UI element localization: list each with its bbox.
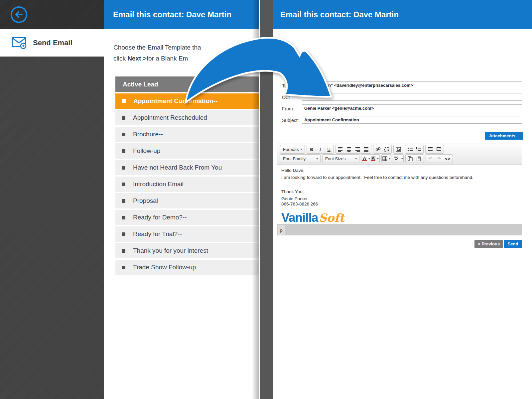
- background-color-button[interactable]: A▾: [370, 155, 379, 162]
- formats-dropdown[interactable]: Formats▾: [281, 146, 304, 153]
- chevron-down-icon: ▾: [301, 148, 302, 151]
- cc-label: CC:: [282, 95, 290, 100]
- send-email-icon: [12, 37, 27, 49]
- insert-image-icon[interactable]: [394, 146, 403, 153]
- bullet-square-icon: [122, 149, 125, 153]
- bullet-square-icon: [122, 116, 125, 120]
- align-left-icon[interactable]: [336, 146, 345, 153]
- template-item[interactable]: Brochure--: [115, 127, 259, 142]
- compose-panel: Email this contact: Dave Martin To: CC: …: [273, 0, 532, 399]
- underline-button[interactable]: U: [325, 146, 333, 153]
- subject-field[interactable]: [302, 116, 522, 124]
- bullet-square-icon: [122, 183, 125, 186]
- panel-divider: [260, 0, 273, 399]
- template-item[interactable]: Have not Heard Back From You: [115, 160, 259, 175]
- template-item[interactable]: Thank you for your interest: [115, 243, 259, 258]
- font-family-dropdown[interactable]: Font Family: [281, 155, 308, 162]
- editor-status-bar: p: [277, 224, 522, 235]
- italic-button[interactable]: I: [316, 146, 325, 153]
- template-item[interactable]: Follow-up: [115, 143, 259, 159]
- bullet-square-icon: [122, 166, 125, 170]
- template-panel-header: Email this contact: Dave Martin: [104, 0, 259, 29]
- source-code-icon[interactable]: <>: [444, 155, 452, 162]
- email-body-line: Thank You,: [281, 189, 518, 194]
- text-cursor: [304, 189, 305, 194]
- outdent-icon[interactable]: [426, 146, 435, 153]
- bold-button[interactable]: B: [307, 146, 316, 153]
- template-group-header: Active Lead: [115, 76, 259, 92]
- to-field[interactable]: [302, 81, 522, 89]
- paste-icon[interactable]: [415, 155, 423, 162]
- previous-button[interactable]: < Previous: [474, 240, 503, 248]
- compose-panel-header: Email this contact: Dave Martin: [273, 0, 532, 29]
- bullet-square-icon: [122, 216, 125, 219]
- spellcheck-button[interactable]: ABC▾: [394, 155, 403, 162]
- instruction-text: Choose the Email Template tha click Next…: [113, 42, 201, 64]
- template-list: Active Lead Appointment Confirmation-- A…: [115, 76, 259, 276]
- template-item[interactable]: Ready for Demo?--: [115, 210, 259, 225]
- indent-icon[interactable]: [435, 146, 443, 153]
- left-sidebar: Send Email: [0, 0, 104, 399]
- template-item[interactable]: Introduction Email: [115, 177, 259, 192]
- app-window: Send Email Email this contact: Dave Mart…: [0, 0, 532, 399]
- undo-icon[interactable]: ↶: [426, 155, 435, 162]
- email-body-line: Hello Dave,: [281, 168, 518, 173]
- back-button[interactable]: [10, 6, 28, 24]
- to-label: To:: [282, 83, 288, 88]
- template-item-selected[interactable]: Appointment Confirmation--: [115, 93, 259, 109]
- spacer: [281, 182, 518, 189]
- template-panel: Email this contact: Dave Martin Choose t…: [104, 0, 259, 399]
- numbered-list-icon[interactable]: [414, 146, 423, 153]
- chevron-down-icon: ▾: [401, 157, 403, 160]
- align-center-icon[interactable]: [345, 146, 353, 153]
- signature-name: Genie Parker: [281, 196, 518, 201]
- page-title: Email this contact: Dave Martin: [273, 10, 399, 19]
- cc-field[interactable]: [302, 93, 522, 101]
- redo-icon[interactable]: ↷: [435, 155, 444, 162]
- vanillasoft-logo: VanillaSoft: [281, 211, 518, 225]
- template-item[interactable]: Appointment Rescheduled: [115, 110, 259, 125]
- editor-toolbar: Formats▾ B I U: [277, 144, 522, 165]
- justify-icon[interactable]: [362, 146, 371, 153]
- rich-text-editor: Formats▾ B I U: [277, 144, 522, 229]
- arrow-left-circle-icon: [10, 6, 28, 24]
- text-color-button[interactable]: A▾: [362, 155, 370, 162]
- font-sizes-dropdown[interactable]: Font Sizes: [323, 155, 348, 162]
- from-field[interactable]: [302, 104, 522, 112]
- signature-phone: 866-763-8826 266: [281, 201, 518, 207]
- chevron-down-icon: ▾: [316, 157, 318, 160]
- subject-label: Subject:: [282, 118, 299, 123]
- bullet-square-icon: [122, 99, 126, 103]
- template-item[interactable]: Trade Show Follow-up: [115, 260, 259, 275]
- chevron-down-icon: ▾: [355, 157, 357, 160]
- sidebar-item-send-email[interactable]: Send Email: [0, 29, 104, 57]
- sidebar-item-label: Send Email: [33, 39, 72, 47]
- attachments-button[interactable]: Attachments...: [485, 132, 523, 140]
- link-icon[interactable]: [374, 146, 382, 153]
- send-button[interactable]: Send: [504, 240, 522, 248]
- bullet-list-icon[interactable]: [406, 146, 414, 153]
- bullet-square-icon: [122, 249, 125, 253]
- table-button[interactable]: ▾: [382, 155, 391, 162]
- bullet-square-icon: [122, 199, 125, 203]
- template-item[interactable]: Ready for Trial?--: [115, 226, 259, 242]
- email-body-line: I am looking forward to our appointment.…: [281, 175, 518, 180]
- chevron-down-icon: ▾: [368, 157, 370, 160]
- copy-icon[interactable]: [406, 155, 415, 162]
- email-body-editor[interactable]: Hello Dave, I am looking forward to our …: [277, 165, 522, 235]
- from-label: From:: [282, 106, 294, 111]
- page-title: Email this contact: Dave Martin: [104, 10, 231, 19]
- bullet-square-icon: [122, 232, 125, 236]
- sidebar-header: [0, 0, 104, 29]
- chevron-down-icon: ▾: [389, 157, 391, 160]
- unlink-icon[interactable]: [382, 146, 391, 153]
- align-right-icon[interactable]: [353, 146, 362, 153]
- element-path-button[interactable]: p: [278, 225, 285, 235]
- template-item[interactable]: Proposal: [115, 193, 259, 208]
- bullet-square-icon: [122, 133, 125, 136]
- chevron-down-icon: ▾: [377, 157, 379, 160]
- bullet-square-icon: [122, 266, 125, 269]
